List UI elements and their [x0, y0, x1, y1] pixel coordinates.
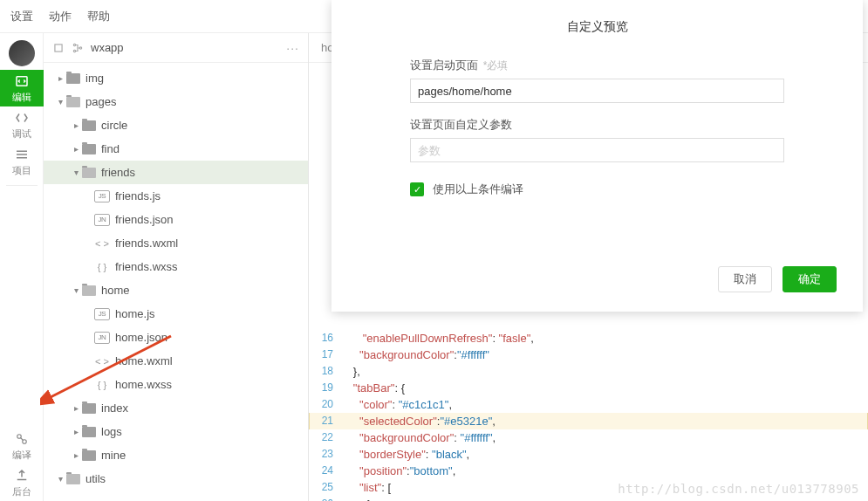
file-home-json[interactable]: JNhome.json	[44, 326, 308, 349]
folder-icon	[82, 144, 96, 154]
code-icon	[14, 73, 30, 89]
rail-background-label: 后台	[12, 485, 31, 498]
file-home-wxss[interactable]: { }home.wxss	[44, 373, 308, 396]
folder-index[interactable]: ▸index	[44, 396, 308, 420]
code-line[interactable]: 22 "backgroundColor": "#ffffff",	[309, 429, 868, 446]
more-icon[interactable]: ···	[286, 41, 299, 55]
menu-actions[interactable]: 动作	[49, 9, 72, 24]
file-home-js[interactable]: JShome.js	[44, 302, 308, 326]
folder-circle[interactable]: ▸circle	[44, 113, 308, 137]
svg-point-6	[79, 46, 81, 48]
explorer-header: wxapp ···	[44, 33, 308, 63]
rail-divider	[6, 185, 38, 186]
custom-preview-dialog: 自定义预览 设置启动页面 *必填 设置页面自定义参数 ✓ 使用以上条件编译 取消…	[331, 0, 863, 312]
json-icon: JN	[94, 214, 110, 226]
rail-debug[interactable]: 调试	[0, 106, 44, 143]
file-friends-wxss[interactable]: { }friends.wxss	[44, 255, 308, 278]
wxml-icon: < >	[94, 356, 110, 367]
svg-point-4	[73, 44, 75, 45]
folder-mine[interactable]: ▸mine	[44, 443, 308, 467]
folder-home[interactable]: ▾home	[44, 278, 308, 302]
js-icon: JS	[94, 308, 110, 320]
checkbox-checked-icon[interactable]: ✓	[410, 182, 424, 196]
collapse-icon[interactable]	[52, 42, 65, 54]
left-rail: 编辑 调试 项目 编译 后台	[0, 33, 44, 501]
code-view[interactable]: 16 "enablePullDownRefresh": "fasle",17 "…	[309, 330, 868, 501]
wxss-icon: { }	[94, 262, 110, 272]
folder-icon	[82, 285, 96, 296]
file-friends-js[interactable]: JSfriends.js	[44, 184, 308, 208]
rail-debug-label: 调试	[12, 127, 31, 141]
compile-icon	[14, 431, 30, 447]
menu-help[interactable]: 帮助	[87, 9, 110, 24]
js-icon: JS	[94, 190, 110, 202]
folder-icon	[82, 427, 96, 437]
code-line[interactable]: 26 {	[309, 496, 868, 501]
code-line[interactable]: 21 "selectedColor":"#e5321e",	[309, 413, 868, 429]
rail-edit-label: 编辑	[12, 91, 31, 104]
file-friends-wxml[interactable]: < >friends.wxml	[44, 231, 308, 255]
code-line[interactable]: 18 },	[309, 363, 868, 380]
project-name: wxapp	[91, 41, 279, 54]
file-explorer: wxapp ··· ▸img ▾pages ▸circle ▸find ▾fri…	[44, 33, 309, 501]
rail-project[interactable]: 项目	[0, 143, 44, 180]
code-line[interactable]: 24 "position":"bottom",	[309, 463, 868, 479]
rail-compile-label: 编译	[12, 449, 31, 462]
folder-icon	[66, 97, 80, 107]
cancel-button[interactable]: 取消	[718, 266, 772, 292]
folder-find[interactable]: ▸find	[44, 137, 308, 161]
wxss-icon: { }	[94, 380, 110, 390]
code-line[interactable]: 20 "color": "#c1c1c1",	[309, 396, 868, 413]
dialog-title: 自定义预览	[331, 0, 863, 51]
folder-icon	[82, 168, 96, 178]
folder-friends[interactable]: ▾friends	[44, 161, 308, 184]
avatar[interactable]	[9, 40, 35, 66]
watermark: http://blog.csdn.net/u013778905	[618, 482, 859, 496]
json-icon: JN	[94, 332, 110, 344]
confirm-button[interactable]: 确定	[783, 266, 837, 292]
rail-compile[interactable]: 编译	[0, 428, 44, 464]
folder-utils[interactable]: ▾utils	[44, 467, 308, 491]
label-params: 设置页面自定义参数	[410, 117, 784, 133]
upload-icon	[14, 468, 30, 484]
code-line[interactable]: 16 "enablePullDownRefresh": "fasle",	[309, 330, 868, 347]
svg-point-5	[73, 50, 75, 51]
menu-settings[interactable]: 设置	[10, 9, 33, 24]
file-tree[interactable]: ▸img ▾pages ▸circle ▸find ▾friends JSfri…	[44, 63, 308, 501]
code-line[interactable]: 23 "borderStyle": "black",	[309, 446, 868, 463]
folder-icon	[66, 474, 80, 484]
folder-icon	[82, 403, 96, 414]
rail-edit[interactable]: 编辑	[0, 70, 44, 106]
folder-img[interactable]: ▸img	[44, 66, 308, 90]
wxml-icon: < >	[94, 238, 110, 249]
start-page-input[interactable]	[410, 79, 784, 103]
tree-icon[interactable]	[72, 42, 84, 54]
label-start-page: 设置启动页面 *必填	[410, 58, 784, 73]
folder-icon	[66, 73, 80, 84]
checkbox-label: 使用以上条件编译	[433, 182, 523, 197]
folder-icon	[82, 450, 96, 461]
folder-icon	[82, 120, 96, 131]
code-line[interactable]: 17 "backgroundColor":"#ffffff"	[309, 347, 868, 363]
rail-project-label: 项目	[12, 164, 31, 177]
file-friends-json[interactable]: JNfriends.json	[44, 208, 308, 231]
compile-checkbox-row[interactable]: ✓ 使用以上条件编译	[410, 182, 784, 197]
file-home-wxml[interactable]: < >home.wxml	[44, 349, 308, 373]
code-line[interactable]: 19 "tabBar": {	[309, 380, 868, 396]
params-input[interactable]	[410, 138, 784, 162]
debug-icon	[14, 110, 30, 126]
folder-pages[interactable]: ▾pages	[44, 90, 308, 113]
rail-background[interactable]: 后台	[0, 464, 44, 501]
menu-icon	[14, 147, 30, 162]
folder-logs[interactable]: ▸logs	[44, 420, 308, 443]
svg-rect-3	[55, 44, 62, 51]
